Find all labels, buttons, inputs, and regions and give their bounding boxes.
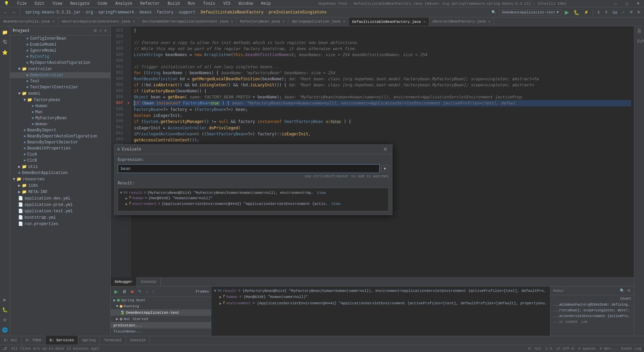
- result-expand-icon[interactable]: ▶: [125, 196, 128, 201]
- tree-item-myConfig[interactable]: ● MyConfig: [10, 54, 110, 60]
- run-config-selector[interactable]: DemoBootApplication-test ▼: [499, 9, 562, 15]
- thread-demo-app[interactable]: 🍃 DemoBootApplication-test: [111, 309, 211, 316]
- menu-view[interactable]: View: [51, 1, 64, 7]
- expression-input[interactable]: [118, 164, 380, 173]
- event-log-button[interactable]: Event Log: [622, 347, 641, 351]
- panel-expand-button[interactable]: ⤢: [98, 28, 103, 34]
- panel-gear-button[interactable]: ⚙: [93, 28, 98, 34]
- menu-help[interactable]: Help: [260, 1, 272, 7]
- close-button[interactable]: ✕: [635, 0, 641, 7]
- services-sidebar-icon[interactable]: ⚙: [0, 315, 10, 324]
- result-item-environment[interactable]: ▶ f environment = {ApplicationServletEnv…: [120, 201, 386, 207]
- panel-close-button[interactable]: ✕: [103, 28, 108, 34]
- checkmark-button[interactable]: ✓: [620, 9, 627, 15]
- result-view-link[interactable]: View: [317, 191, 326, 195]
- tab-beanfactoryutils[interactable]: BeanFactoryUtils.java ✕: [0, 17, 58, 26]
- tab-springapplication[interactable]: SpringApplication.java ✕: [288, 17, 349, 26]
- tab-todo[interactable]: 6: TODO: [22, 336, 46, 345]
- tree-item-i18n[interactable]: ▶ 📁 i18n: [10, 182, 110, 189]
- redo-button[interactable]: ↻: [636, 9, 642, 15]
- tree-item-woman[interactable]: ● Woman: [10, 121, 110, 127]
- git-tab[interactable]: 8: Git: [528, 347, 542, 351]
- step-over-button[interactable]: ↷: [136, 288, 143, 295]
- tree-item-beanByImport[interactable]: ● BeanByImport: [10, 127, 110, 133]
- svn-right-button[interactable]: SVN: [634, 36, 644, 46]
- tree-item-resources[interactable]: ▼ 📁 resources: [10, 176, 110, 182]
- resume-button[interactable]: ▶: [113, 288, 120, 295]
- back-button[interactable]: ←: [2, 9, 9, 15]
- tab-debugger[interactable]: Debugger: [111, 277, 137, 286]
- var-item-environment[interactable]: ▶ f environment = {ApplicationServletEnv…: [211, 300, 550, 307]
- web-sidebar-icon[interactable]: 🌐: [0, 325, 10, 335]
- result-item-human[interactable]: ▶ f human = {Man@6336} "Human(name=null)…: [120, 195, 386, 201]
- breadcrumb-beans[interactable]: beans: [140, 10, 152, 15]
- tree-item-run-properties[interactable]: 📄 run.properties: [10, 221, 110, 227]
- tree-item-myImportAutoConfiguration[interactable]: ● MyImportAutoConfiguration: [10, 60, 110, 66]
- tree-item-demoBootApplication[interactable]: ● DemoBootApplication: [10, 170, 110, 176]
- tab-spring[interactable]: Spring: [78, 336, 100, 345]
- tree-item-myFactoryBean[interactable]: ● MyFactoryBean: [10, 115, 110, 121]
- tab-servletwebserver[interactable]: ServletWebServerApplicationContext.java …: [139, 17, 236, 26]
- breadcrumb-class[interactable]: DefaultListableBeanFactory: [201, 10, 263, 15]
- tree-item-beanWithProperties[interactable]: ● BeanWithProperties: [10, 145, 110, 151]
- menu-analyze[interactable]: Analyze: [114, 1, 133, 7]
- result-expand-icon[interactable]: ▼: [120, 191, 122, 195]
- run-button[interactable]: ▶: [563, 8, 571, 16]
- step-out-button[interactable]: ↑: [150, 288, 156, 295]
- close-icon[interactable]: ✕: [488, 19, 490, 24]
- menu-file[interactable]: File: [16, 1, 28, 7]
- run-sidebar-icon[interactable]: ▶: [0, 295, 10, 304]
- tree-item-util[interactable]: ▶ 📁 util: [10, 164, 110, 170]
- git-push-button[interactable]: ⇑: [603, 9, 609, 15]
- tree-item-beansByImportSelector[interactable]: ● BeansByImportSelector: [10, 139, 110, 145]
- tree-item-model[interactable]: ▼ 📁 model: [10, 90, 110, 97]
- tab-console[interactable]: Console: [137, 277, 161, 286]
- undo-button[interactable]: ↺: [628, 9, 634, 15]
- tree-item-demoController[interactable]: ● DemoController: [10, 72, 110, 78]
- tab-terminal[interactable]: Terminal: [100, 336, 126, 345]
- menu-code[interactable]: Code: [96, 1, 109, 7]
- branch-status[interactable]: # dev...: [600, 347, 618, 351]
- watch-item-2[interactable]: ...rtoryBean]; scope=singleton; abstract…: [550, 308, 634, 313]
- var-item-result[interactable]: ▼ oo result = {MyFactoryBean@5114} "MyFa…: [211, 288, 550, 294]
- tree-item-app-prod-yml[interactable]: 📄 application-prod.yml: [10, 202, 110, 208]
- close-icon[interactable]: ✕: [231, 19, 233, 24]
- search-everywhere-button[interactable]: 🔍: [490, 9, 498, 15]
- git-icon[interactable]: Git: [611, 9, 619, 15]
- tree-item-human[interactable]: ● Human: [10, 103, 110, 109]
- result-item-result[interactable]: ▼ oo result = {MyFactoryBean@5114} "MyFa…: [120, 190, 386, 195]
- menu-navigate[interactable]: Navigate: [69, 1, 91, 7]
- tree-item-test[interactable]: ● Test: [10, 78, 110, 84]
- close-icon[interactable]: ✕: [283, 19, 285, 24]
- forward-button[interactable]: →: [10, 9, 17, 15]
- frame-preinstantiate[interactable]: preInstant...: [111, 322, 211, 328]
- evaluate-dialog[interactable]: ⊕ Evaluate ✕ Expression: ▼ Use Ctrl+Shif…: [114, 144, 392, 215]
- watch-item-1[interactable]: ...ableBeanFactory@59942b48: defining be…: [550, 302, 634, 308]
- maximize-button[interactable]: □: [624, 1, 630, 7]
- close-icon[interactable]: ✕: [133, 19, 135, 24]
- tree-item-cicA[interactable]: ● CicA: [10, 151, 110, 158]
- breadcrumb-support[interactable]: support: [179, 10, 196, 15]
- result-expand-icon[interactable]: ▶: [125, 202, 128, 206]
- tree-item-factorybean[interactable]: ▼ 📁 factorybean: [10, 97, 110, 103]
- tree-item-app-dev-yml[interactable]: 📄 application-dev.yml: [10, 195, 110, 202]
- breadcrumb-springframework[interactable]: springframework: [98, 10, 135, 15]
- frame-finishbean[interactable]: finishBean...: [111, 328, 211, 335]
- breadcrumb-method[interactable]: preInstantiateSingletons: [269, 10, 327, 15]
- minimize-button[interactable]: ─: [613, 1, 619, 7]
- tree-item-cicB[interactable]: ● CicB: [10, 158, 110, 164]
- gear-watches-button[interactable]: ⚙: [627, 288, 631, 294]
- dialog-titlebar[interactable]: ⊕ Evaluate ✕: [114, 145, 392, 154]
- tab-myfactorybean[interactable]: MyFactoryBean.java ✕: [237, 17, 288, 26]
- git-update-button[interactable]: ⇓: [595, 9, 602, 15]
- project-sidebar-icon[interactable]: 📁: [0, 28, 10, 37]
- menu-edit[interactable]: Edit: [34, 1, 46, 7]
- breadcrumb-factory[interactable]: factory: [157, 10, 173, 15]
- stop-button[interactable]: ■: [129, 288, 135, 295]
- var-item-human[interactable]: ▶ f human = {Man@6336} "Human(name=null)…: [211, 294, 550, 300]
- menu-run[interactable]: Run: [186, 1, 197, 7]
- menu-window[interactable]: Window: [237, 1, 254, 7]
- favorites-sidebar-icon[interactable]: ⭐: [0, 48, 10, 57]
- tree-item-meta-inf[interactable]: ▶ 📁 META-INF: [10, 189, 110, 195]
- eval-expand-button[interactable]: ▼: [381, 165, 389, 172]
